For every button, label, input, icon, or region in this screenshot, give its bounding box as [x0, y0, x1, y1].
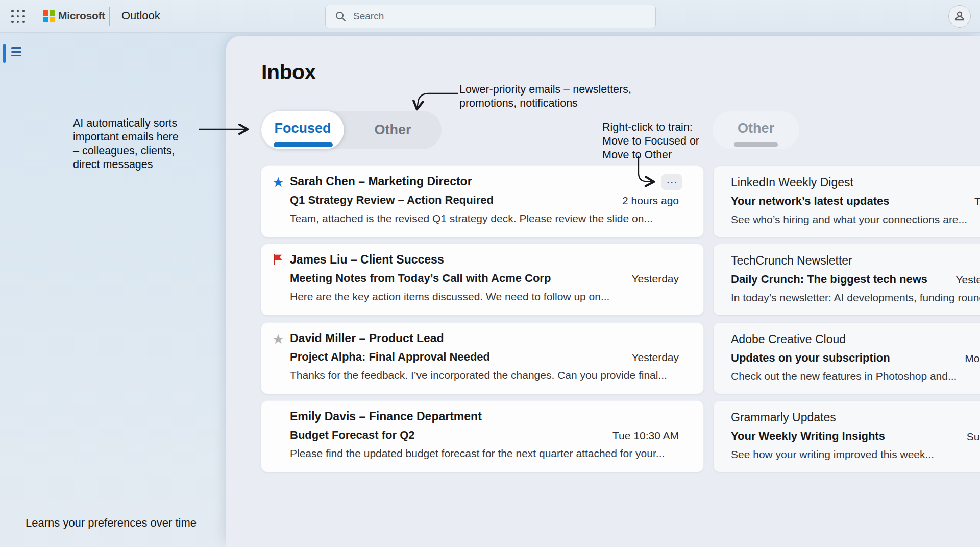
email-subject: Your network’s latest updates: [731, 195, 890, 208]
hamburger-menu-icon[interactable]: [11, 47, 21, 56]
tab-other-column[interactable]: Other: [713, 111, 799, 149]
annotation-right-click-train: Right-click to train: Move to Focused or…: [602, 121, 699, 162]
annotation-line: Right-click to train:: [602, 121, 699, 134]
annotation-focused: AI automatically sorts important emails …: [73, 116, 179, 172]
outlook-window: Microsoft Outlook Inbox Focused Other: [0, 0, 980, 547]
email-sender: Adobe Creative Cloud: [731, 332, 846, 346]
search-input[interactable]: [353, 11, 639, 22]
tab-focused[interactable]: Focused: [261, 111, 344, 149]
email-subject: Budget Forecast for Q2: [290, 429, 414, 442]
email-subject: Daily Crunch: The biggest tech news: [731, 273, 927, 286]
inbox-tab-switch: Focused Other: [261, 111, 442, 149]
search-icon: [335, 11, 346, 22]
person-icon: [953, 10, 966, 23]
microsoft-wordmark: Microsoft: [58, 10, 105, 22]
star-icon[interactable]: ★: [271, 331, 286, 347]
email-time: Yesterday: [631, 351, 679, 364]
email-sender: Grammarly Updates: [731, 411, 836, 424]
annotation-line: – colleagues, clients,: [73, 144, 179, 158]
tab-focused-underline: [274, 142, 333, 147]
email-card-linkedin[interactable]: LinkedIn Weekly Digest Your network’s la…: [714, 166, 980, 237]
tab-other-column-underline: [734, 142, 778, 147]
email-sender: TechCrunch Newsletter: [731, 254, 852, 268]
email-preview: Here are the key action items discussed.…: [290, 291, 609, 303]
annotation-line: important emails here: [73, 130, 179, 144]
annotation-line: Move to Other: [602, 148, 699, 162]
annotation-other-tab: Lower-priority emails – newsletters, pro…: [459, 83, 631, 110]
email-card-emily-davis[interactable]: Emily Davis – Finance Department Budget …: [261, 401, 703, 472]
annotation-line: AI automatically sorts: [73, 116, 179, 130]
microsoft-logo-icon: [43, 10, 55, 22]
nav-accent-bar: [3, 44, 6, 63]
email-time: Yesterday: [955, 274, 980, 286]
tab-other[interactable]: Other: [344, 111, 442, 149]
email-sender: David Miller – Product Lead: [290, 331, 444, 345]
email-subject: Project Alpha: Final Approval Needed: [290, 350, 490, 364]
email-card-grammarly[interactable]: Grammarly Updates Your Weekly Writing In…: [714, 401, 980, 472]
email-preview: See who’s hiring and what your connectio…: [731, 213, 967, 226]
email-sender: James Liu – Client Success: [290, 253, 444, 267]
email-card-sarah-chen[interactable]: ★ Sarah Chen – Marketing Director Q1 Str…: [261, 166, 703, 237]
search-bar[interactable]: [325, 5, 656, 28]
annotation-footer: Learns your preferences over time: [26, 516, 197, 530]
email-preview: Please find the updated budget forecast …: [290, 447, 665, 460]
annotation-line: Lower-priority emails – newsletters,: [459, 83, 631, 97]
email-card-james-liu[interactable]: James Liu – Client Success Meeting Notes…: [261, 244, 703, 315]
star-icon[interactable]: ★: [271, 175, 286, 190]
email-time: Monday: [965, 352, 980, 365]
email-card-techcrunch[interactable]: TechCrunch Newsletter Daily Crunch: The …: [714, 244, 980, 315]
email-preview: Team, attached is the revised Q1 strateg…: [290, 212, 653, 225]
flag-icon[interactable]: [271, 253, 286, 268]
email-subject: Q1 Strategy Review – Action Required: [290, 194, 494, 207]
app-launcher-icon[interactable]: [11, 10, 25, 23]
email-time: Tue 10:30 AM: [612, 430, 679, 442]
topbar-divider: [109, 7, 110, 26]
more-options-button[interactable]: ⋯: [662, 174, 682, 190]
email-time: Yesterday: [631, 273, 679, 285]
email-subject: Updates on your subscription: [731, 351, 890, 365]
email-sender: Sarah Chen – Marketing Director: [290, 175, 472, 188]
email-time: Sunday: [967, 431, 980, 443]
annotation-line: Move to Focused or: [602, 134, 699, 148]
email-preview: In today’s newsletter: AI developments, …: [731, 292, 980, 304]
annotation-line: direct messages: [73, 158, 179, 172]
email-time: Today: [974, 196, 980, 208]
email-time: 2 hours ago: [622, 195, 679, 207]
email-preview: Thanks for the feedback. I’ve incorporat…: [290, 369, 667, 382]
account-button[interactable]: [948, 5, 971, 28]
annotation-line: promotions, notifications: [459, 97, 631, 110]
tab-other-label: Other: [374, 122, 411, 138]
email-subject: Meeting Notes from Today’s Call with Acm…: [290, 272, 551, 285]
email-sender: Emily Davis – Finance Department: [290, 410, 482, 423]
page-title: Inbox: [261, 60, 316, 84]
email-card-david-miller[interactable]: ★ David Miller – Product Lead Project Al…: [261, 323, 703, 394]
email-sender: LinkedIn Weekly Digest: [731, 176, 853, 189]
top-bar: Microsoft Outlook: [0, 0, 980, 33]
tab-focused-label: Focused: [274, 121, 331, 136]
email-subject: Your Weekly Writing Insights: [731, 430, 885, 443]
app-title: Outlook: [121, 9, 160, 22]
email-preview: See how your writing improved this week.…: [731, 448, 934, 461]
tab-other-column-label: Other: [738, 121, 774, 136]
email-card-adobe[interactable]: Adobe Creative Cloud Updates on your sub…: [714, 323, 980, 394]
email-preview: Check out the new features in Photoshop …: [731, 370, 957, 383]
